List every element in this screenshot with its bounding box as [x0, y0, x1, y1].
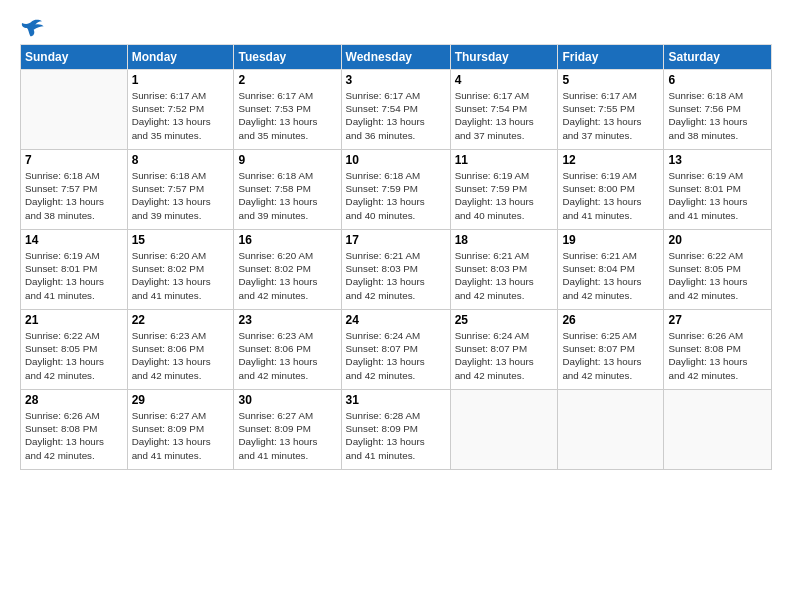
day-number: 2: [238, 73, 336, 87]
day-number: 30: [238, 393, 336, 407]
day-info: Sunrise: 6:26 AM Sunset: 8:08 PM Dayligh…: [25, 409, 123, 462]
day-number: 6: [668, 73, 767, 87]
day-number: 12: [562, 153, 659, 167]
day-info: Sunrise: 6:17 AM Sunset: 7:53 PM Dayligh…: [238, 89, 336, 142]
day-info: Sunrise: 6:28 AM Sunset: 8:09 PM Dayligh…: [346, 409, 446, 462]
day-number: 25: [455, 313, 554, 327]
day-info: Sunrise: 6:22 AM Sunset: 8:05 PM Dayligh…: [25, 329, 123, 382]
day-info: Sunrise: 6:25 AM Sunset: 8:07 PM Dayligh…: [562, 329, 659, 382]
day-info: Sunrise: 6:24 AM Sunset: 8:07 PM Dayligh…: [346, 329, 446, 382]
calendar-cell: 5Sunrise: 6:17 AM Sunset: 7:55 PM Daylig…: [558, 70, 664, 150]
day-info: Sunrise: 6:19 AM Sunset: 8:00 PM Dayligh…: [562, 169, 659, 222]
day-info: Sunrise: 6:24 AM Sunset: 8:07 PM Dayligh…: [455, 329, 554, 382]
calendar-cell: 3Sunrise: 6:17 AM Sunset: 7:54 PM Daylig…: [341, 70, 450, 150]
day-number: 1: [132, 73, 230, 87]
calendar-cell: [21, 70, 128, 150]
day-number: 13: [668, 153, 767, 167]
calendar-cell: 7Sunrise: 6:18 AM Sunset: 7:57 PM Daylig…: [21, 150, 128, 230]
weekday-header-wednesday: Wednesday: [341, 45, 450, 70]
calendar-cell: 19Sunrise: 6:21 AM Sunset: 8:04 PM Dayli…: [558, 230, 664, 310]
day-number: 3: [346, 73, 446, 87]
calendar-cell: 8Sunrise: 6:18 AM Sunset: 7:57 PM Daylig…: [127, 150, 234, 230]
day-info: Sunrise: 6:23 AM Sunset: 8:06 PM Dayligh…: [132, 329, 230, 382]
day-number: 24: [346, 313, 446, 327]
day-info: Sunrise: 6:20 AM Sunset: 8:02 PM Dayligh…: [132, 249, 230, 302]
calendar-cell: 2Sunrise: 6:17 AM Sunset: 7:53 PM Daylig…: [234, 70, 341, 150]
calendar-cell: 1Sunrise: 6:17 AM Sunset: 7:52 PM Daylig…: [127, 70, 234, 150]
day-number: 29: [132, 393, 230, 407]
calendar-cell: 11Sunrise: 6:19 AM Sunset: 7:59 PM Dayli…: [450, 150, 558, 230]
calendar-cell: [450, 390, 558, 470]
day-info: Sunrise: 6:23 AM Sunset: 8:06 PM Dayligh…: [238, 329, 336, 382]
day-number: 15: [132, 233, 230, 247]
day-info: Sunrise: 6:20 AM Sunset: 8:02 PM Dayligh…: [238, 249, 336, 302]
calendar-cell: 9Sunrise: 6:18 AM Sunset: 7:58 PM Daylig…: [234, 150, 341, 230]
day-number: 9: [238, 153, 336, 167]
day-number: 17: [346, 233, 446, 247]
calendar-cell: 15Sunrise: 6:20 AM Sunset: 8:02 PM Dayli…: [127, 230, 234, 310]
logo: [20, 18, 48, 38]
week-row-3: 14Sunrise: 6:19 AM Sunset: 8:01 PM Dayli…: [21, 230, 772, 310]
day-info: Sunrise: 6:17 AM Sunset: 7:54 PM Dayligh…: [346, 89, 446, 142]
day-number: 11: [455, 153, 554, 167]
day-info: Sunrise: 6:17 AM Sunset: 7:52 PM Dayligh…: [132, 89, 230, 142]
calendar-cell: [664, 390, 772, 470]
calendar-cell: 29Sunrise: 6:27 AM Sunset: 8:09 PM Dayli…: [127, 390, 234, 470]
day-number: 8: [132, 153, 230, 167]
calendar-cell: 24Sunrise: 6:24 AM Sunset: 8:07 PM Dayli…: [341, 310, 450, 390]
day-number: 23: [238, 313, 336, 327]
day-info: Sunrise: 6:21 AM Sunset: 8:03 PM Dayligh…: [346, 249, 446, 302]
day-info: Sunrise: 6:17 AM Sunset: 7:55 PM Dayligh…: [562, 89, 659, 142]
day-number: 21: [25, 313, 123, 327]
day-info: Sunrise: 6:18 AM Sunset: 7:56 PM Dayligh…: [668, 89, 767, 142]
day-info: Sunrise: 6:18 AM Sunset: 7:57 PM Dayligh…: [25, 169, 123, 222]
day-info: Sunrise: 6:26 AM Sunset: 8:08 PM Dayligh…: [668, 329, 767, 382]
day-number: 20: [668, 233, 767, 247]
weekday-header-row: SundayMondayTuesdayWednesdayThursdayFrid…: [21, 45, 772, 70]
weekday-header-sunday: Sunday: [21, 45, 128, 70]
day-number: 27: [668, 313, 767, 327]
calendar-table: SundayMondayTuesdayWednesdayThursdayFrid…: [20, 44, 772, 470]
day-number: 28: [25, 393, 123, 407]
day-number: 5: [562, 73, 659, 87]
day-info: Sunrise: 6:27 AM Sunset: 8:09 PM Dayligh…: [238, 409, 336, 462]
calendar-cell: 6Sunrise: 6:18 AM Sunset: 7:56 PM Daylig…: [664, 70, 772, 150]
calendar-cell: 12Sunrise: 6:19 AM Sunset: 8:00 PM Dayli…: [558, 150, 664, 230]
calendar-cell: 30Sunrise: 6:27 AM Sunset: 8:09 PM Dayli…: [234, 390, 341, 470]
day-number: 7: [25, 153, 123, 167]
calendar-cell: 10Sunrise: 6:18 AM Sunset: 7:59 PM Dayli…: [341, 150, 450, 230]
calendar-cell: 13Sunrise: 6:19 AM Sunset: 8:01 PM Dayli…: [664, 150, 772, 230]
calendar-cell: 23Sunrise: 6:23 AM Sunset: 8:06 PM Dayli…: [234, 310, 341, 390]
day-info: Sunrise: 6:19 AM Sunset: 8:01 PM Dayligh…: [25, 249, 123, 302]
day-number: 19: [562, 233, 659, 247]
week-row-5: 28Sunrise: 6:26 AM Sunset: 8:08 PM Dayli…: [21, 390, 772, 470]
week-row-1: 1Sunrise: 6:17 AM Sunset: 7:52 PM Daylig…: [21, 70, 772, 150]
calendar-cell: 28Sunrise: 6:26 AM Sunset: 8:08 PM Dayli…: [21, 390, 128, 470]
day-info: Sunrise: 6:17 AM Sunset: 7:54 PM Dayligh…: [455, 89, 554, 142]
calendar-cell: 25Sunrise: 6:24 AM Sunset: 8:07 PM Dayli…: [450, 310, 558, 390]
weekday-header-tuesday: Tuesday: [234, 45, 341, 70]
day-info: Sunrise: 6:19 AM Sunset: 8:01 PM Dayligh…: [668, 169, 767, 222]
day-number: 22: [132, 313, 230, 327]
day-info: Sunrise: 6:21 AM Sunset: 8:03 PM Dayligh…: [455, 249, 554, 302]
calendar-cell: 17Sunrise: 6:21 AM Sunset: 8:03 PM Dayli…: [341, 230, 450, 310]
calendar-cell: 20Sunrise: 6:22 AM Sunset: 8:05 PM Dayli…: [664, 230, 772, 310]
calendar-cell: 27Sunrise: 6:26 AM Sunset: 8:08 PM Dayli…: [664, 310, 772, 390]
weekday-header-friday: Friday: [558, 45, 664, 70]
header-row: [20, 18, 772, 38]
calendar-cell: 14Sunrise: 6:19 AM Sunset: 8:01 PM Dayli…: [21, 230, 128, 310]
calendar-cell: 16Sunrise: 6:20 AM Sunset: 8:02 PM Dayli…: [234, 230, 341, 310]
calendar-cell: 22Sunrise: 6:23 AM Sunset: 8:06 PM Dayli…: [127, 310, 234, 390]
calendar-cell: [558, 390, 664, 470]
day-info: Sunrise: 6:18 AM Sunset: 7:58 PM Dayligh…: [238, 169, 336, 222]
day-number: 10: [346, 153, 446, 167]
day-info: Sunrise: 6:27 AM Sunset: 8:09 PM Dayligh…: [132, 409, 230, 462]
page: SundayMondayTuesdayWednesdayThursdayFrid…: [0, 0, 792, 612]
calendar-cell: 4Sunrise: 6:17 AM Sunset: 7:54 PM Daylig…: [450, 70, 558, 150]
weekday-header-monday: Monday: [127, 45, 234, 70]
calendar-cell: 18Sunrise: 6:21 AM Sunset: 8:03 PM Dayli…: [450, 230, 558, 310]
day-info: Sunrise: 6:18 AM Sunset: 7:57 PM Dayligh…: [132, 169, 230, 222]
logo-bird-icon: [20, 18, 44, 38]
day-number: 26: [562, 313, 659, 327]
day-number: 4: [455, 73, 554, 87]
